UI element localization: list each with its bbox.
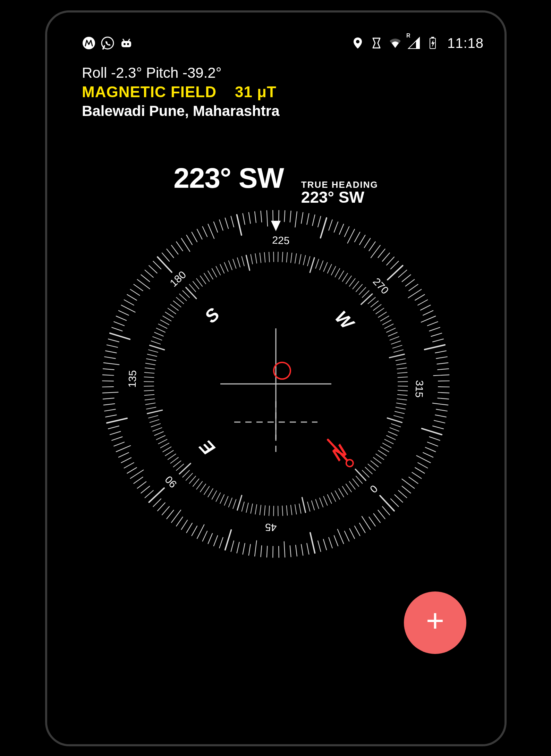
- svg-line-37: [273, 546, 285, 557]
- svg-line-29: [320, 539, 330, 550]
- svg-line-112: [185, 235, 194, 244]
- svg-line-172: [438, 376, 449, 387]
- svg-line-190: [409, 476, 418, 485]
- roll-pitch-line: Roll -2.3° Pitch -39.2°: [82, 65, 280, 81]
- svg-line-78: [104, 405, 116, 415]
- svg-line-116: [204, 224, 218, 238]
- svg-line-221: [255, 505, 265, 515]
- svg-line-167: [435, 346, 446, 357]
- svg-line-108: [166, 249, 174, 258]
- svg-line-280: [168, 307, 176, 315]
- svg-line-250: [156, 433, 165, 442]
- svg-line-110: [175, 242, 184, 251]
- svg-line-150: [390, 261, 399, 269]
- svg-line-80: [103, 393, 114, 404]
- svg-line-237: [192, 479, 200, 487]
- svg-line-55: [175, 517, 184, 526]
- svg-line-291: [203, 273, 210, 281]
- svg-line-205: [325, 495, 333, 503]
- svg-line-25: [342, 531, 352, 541]
- svg-line-157: [415, 293, 424, 302]
- svg-line-65: [134, 476, 143, 485]
- svg-line-140: [342, 227, 352, 237]
- cell-signal-icon: R: [407, 36, 421, 50]
- svg-line-187: [418, 460, 427, 470]
- svg-line-42: [244, 544, 255, 555]
- svg-line-351: [398, 372, 408, 382]
- svg-point-7: [356, 40, 359, 43]
- svg-line-154: [406, 279, 415, 287]
- svg-line-335: [376, 307, 384, 315]
- svg-line-200: [345, 484, 353, 492]
- svg-line-152: [398, 270, 407, 278]
- svg-line-358: [396, 403, 405, 413]
- robot-icon: [119, 36, 133, 50]
- svg-line-96: [121, 302, 135, 316]
- svg-line-114: [195, 229, 204, 239]
- svg-line-82: [102, 381, 113, 393]
- svg-point-3: [124, 43, 126, 45]
- svg-line-125: [256, 211, 267, 222]
- svg-line-185: [423, 450, 433, 460]
- svg-line-133: [302, 213, 313, 224]
- svg-line-166: [425, 337, 445, 357]
- svg-line-182: [430, 433, 440, 444]
- svg-line-143: [357, 235, 367, 244]
- svg-line-226: [232, 495, 247, 510]
- add-button[interactable]: +: [404, 591, 466, 654]
- svg-line-339: [385, 322, 393, 330]
- compass-dial[interactable]: 04590135180225270315NESW: [92, 200, 460, 568]
- svg-line-124: [250, 212, 261, 223]
- svg-line-308: [273, 252, 283, 262]
- svg-line-49: [205, 534, 215, 544]
- svg-line-338: [383, 318, 391, 326]
- svg-line-240: [183, 470, 190, 477]
- svg-line-28: [325, 538, 336, 548]
- svg-line-46: [218, 530, 238, 550]
- svg-line-355: [398, 390, 407, 400]
- svg-line-193: [398, 490, 407, 499]
- svg-line-17: [382, 506, 390, 515]
- plus-icon: +: [426, 605, 444, 636]
- svg-line-353: [398, 381, 408, 391]
- svg-line-183: [427, 439, 438, 450]
- svg-line-145: [367, 242, 377, 251]
- svg-line-102: [141, 274, 150, 283]
- svg-line-263: [144, 377, 154, 387]
- svg-line-309: [278, 252, 287, 262]
- svg-line-350: [398, 368, 407, 378]
- svg-line-6: [128, 39, 130, 41]
- svg-line-202: [337, 489, 345, 497]
- svg-line-58: [161, 506, 170, 515]
- svg-line-295: [218, 264, 226, 273]
- svg-line-30: [314, 541, 324, 552]
- svg-line-261: [144, 386, 154, 395]
- svg-line-328: [355, 284, 363, 292]
- svg-line-201: [341, 486, 349, 494]
- svg-line-369: [378, 449, 386, 457]
- svg-line-121: [229, 215, 249, 235]
- svg-line-333: [371, 300, 379, 307]
- svg-point-0: [83, 37, 95, 49]
- svg-line-217: [273, 506, 283, 516]
- heading-main-dir: SW: [239, 162, 284, 194]
- svg-line-239: [186, 473, 193, 480]
- svg-line-216: [278, 506, 287, 516]
- svg-line-266: [145, 363, 155, 373]
- svg-line-283: [176, 297, 184, 304]
- svg-line-32: [303, 543, 313, 554]
- svg-line-107: [162, 253, 170, 261]
- svg-line-303: [251, 254, 261, 263]
- svg-line-293: [210, 269, 218, 277]
- svg-line-153: [402, 274, 411, 282]
- svg-line-357: [397, 399, 406, 409]
- svg-line-223: [247, 504, 256, 513]
- svg-line-93: [114, 318, 124, 329]
- svg-line-294: [214, 266, 222, 275]
- svg-line-45: [227, 541, 238, 552]
- svg-line-244: [171, 457, 178, 464]
- svg-line-246: [165, 449, 173, 457]
- svg-line-344: [393, 342, 402, 351]
- magnetic-field-line: MAGNETIC FIELD 31 μT: [82, 83, 280, 101]
- svg-line-85: [103, 364, 114, 375]
